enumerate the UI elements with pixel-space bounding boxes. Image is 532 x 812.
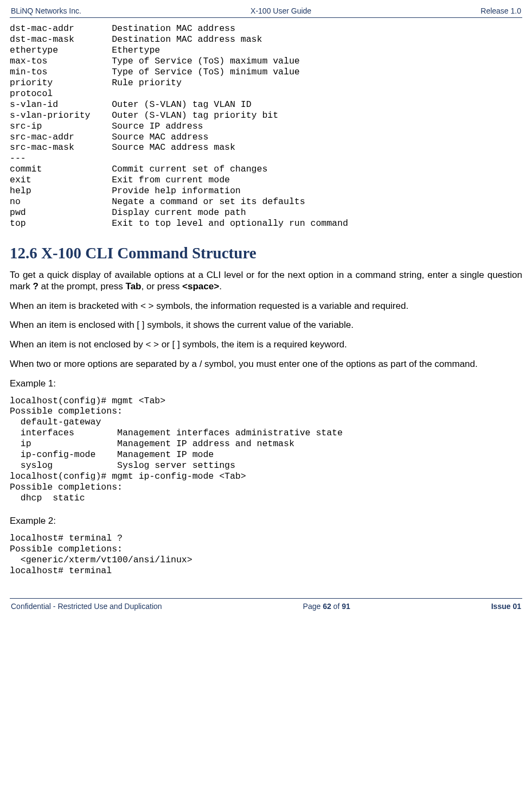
header-left: BLiNQ Networks Inc. xyxy=(11,7,81,15)
footer-left: Confidential - Restricted Use and Duplic… xyxy=(11,602,162,611)
footer-right: Issue 01 xyxy=(491,602,521,611)
page-header: BLiNQ Networks Inc. X-100 User Guide Rel… xyxy=(10,7,522,18)
header-center: X-100 User Guide xyxy=(251,7,311,15)
text: Page xyxy=(303,602,323,611)
paragraph-2: When an item is bracketed with < > symbo… xyxy=(10,301,522,312)
bold-question-mark: ? xyxy=(33,281,39,291)
footer-center: Page 62 of 91 xyxy=(303,602,350,611)
bold-space: <space> xyxy=(182,281,219,291)
paragraph-3: When an item is enclosed with [ ] symbol… xyxy=(10,320,522,331)
page-total: 91 xyxy=(342,602,350,611)
page-number: 62 xyxy=(323,602,331,611)
cli-options-block: dst-mac-addr Destination MAC address dst… xyxy=(10,23,522,229)
page: BLiNQ Networks Inc. X-100 User Guide Rel… xyxy=(0,0,532,616)
bold-tab: Tab xyxy=(126,281,142,291)
example-2-code: localhost# terminal ? Possible completio… xyxy=(10,533,522,576)
header-right: Release 1.0 xyxy=(480,7,521,15)
text: at the prompt, press xyxy=(39,281,126,291)
page-content: dst-mac-addr Destination MAC address dst… xyxy=(10,18,522,576)
example-2-label: Example 2: xyxy=(10,516,522,526)
section-heading: 12.6 X-100 CLI Command Structure xyxy=(10,244,522,262)
text: of xyxy=(331,602,342,611)
paragraph-1: To get a quick display of available opti… xyxy=(10,270,522,292)
text: . xyxy=(219,281,222,291)
page-footer: Confidential - Restricted Use and Duplic… xyxy=(10,598,522,611)
paragraph-4: When an item is not enclosed by < > or [… xyxy=(10,339,522,351)
example-1-code: localhost(config)# mgmt <Tab> Possible c… xyxy=(10,396,522,504)
text: , or press xyxy=(142,281,183,291)
paragraph-5: When two or more options are separated b… xyxy=(10,359,522,370)
example-1-label: Example 1: xyxy=(10,378,522,389)
